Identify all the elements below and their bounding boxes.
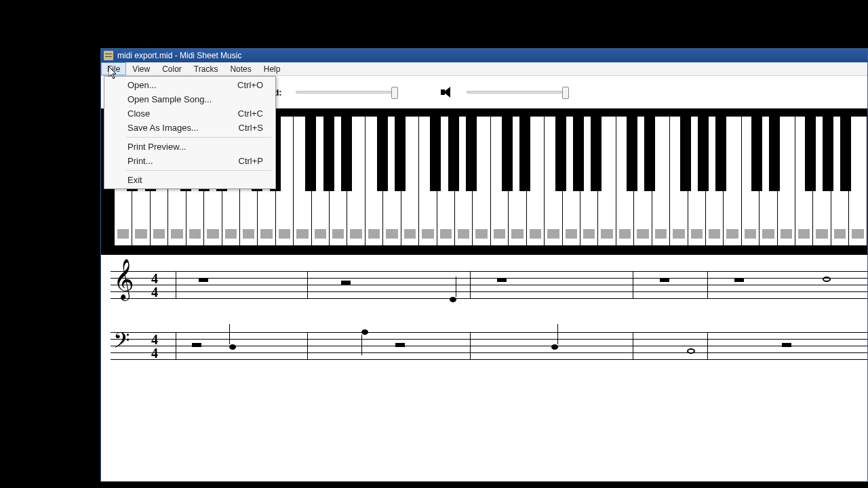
bass-clef-icon: 𝄢 bbox=[113, 329, 130, 357]
titlebar: midi export.mid - Midi Sheet Music bbox=[101, 49, 867, 62]
piano-black-key[interactable] bbox=[502, 117, 513, 191]
piano-black-key[interactable] bbox=[644, 117, 655, 191]
app-window: midi export.mid - Midi Sheet Music File … bbox=[100, 48, 868, 482]
time-sig-bottom: 4 bbox=[151, 347, 158, 359]
menu-file[interactable]: File bbox=[101, 62, 126, 75]
piano-black-key[interactable] bbox=[805, 117, 816, 191]
piano-black-key[interactable] bbox=[715, 117, 726, 191]
file-menu-print[interactable]: Print... Ctrl+P bbox=[106, 154, 274, 168]
file-menu-open-sample[interactable]: Open Sample Song... bbox=[106, 92, 274, 106]
piano-black-key[interactable] bbox=[823, 117, 833, 191]
piano-black-key[interactable] bbox=[769, 117, 780, 191]
volume-slider-thumb[interactable] bbox=[562, 87, 569, 99]
menu-notes[interactable]: Notes bbox=[224, 62, 257, 75]
piano-black-key[interactable] bbox=[305, 117, 316, 191]
piano-black-key[interactable] bbox=[591, 117, 601, 191]
speed-slider-thumb[interactable] bbox=[391, 87, 398, 99]
file-menu-open[interactable]: Open... Ctrl+O bbox=[106, 78, 274, 92]
speed-slider[interactable] bbox=[296, 91, 397, 94]
window-title: midi export.mid - Midi Sheet Music bbox=[117, 51, 241, 60]
piano-black-key[interactable] bbox=[323, 117, 334, 191]
app-icon bbox=[104, 51, 113, 60]
file-menu-dropdown: Open... Ctrl+O Open Sample Song... Close… bbox=[104, 76, 276, 189]
menu-view[interactable]: View bbox=[126, 62, 156, 75]
piano-black-key[interactable] bbox=[680, 117, 691, 191]
piano-black-key[interactable] bbox=[430, 117, 441, 191]
volume-slider[interactable] bbox=[467, 91, 568, 94]
time-sig-bottom: 4 bbox=[151, 286, 158, 298]
treble-clef-icon: 𝄞 bbox=[113, 266, 134, 293]
piano-black-key[interactable] bbox=[448, 117, 459, 191]
file-menu-save-images[interactable]: Save As Images... Ctrl+S bbox=[106, 121, 274, 135]
piano-white-key[interactable] bbox=[778, 117, 795, 245]
piano-black-key[interactable] bbox=[840, 117, 851, 191]
menu-help[interactable]: Help bbox=[258, 62, 287, 75]
sheet-music-panel: 𝄞 4 4 𝄢 4 4 bbox=[101, 255, 867, 420]
piano-black-key[interactable] bbox=[377, 117, 388, 191]
file-menu-print-preview[interactable]: Print Preview... bbox=[106, 140, 274, 154]
file-menu-separator bbox=[126, 170, 271, 171]
piano-white-key[interactable] bbox=[849, 117, 867, 245]
file-menu-separator bbox=[126, 137, 271, 138]
piano-black-key[interactable] bbox=[751, 117, 762, 191]
time-sig-top: 4 bbox=[151, 333, 158, 346]
volume-icon bbox=[438, 85, 453, 100]
piano-black-key[interactable] bbox=[395, 117, 406, 191]
piano-black-key[interactable] bbox=[627, 117, 637, 191]
menu-color[interactable]: Color bbox=[156, 62, 188, 75]
file-menu-close[interactable]: Close Ctrl+C bbox=[106, 106, 274, 121]
treble-staff: 𝄞 4 4 bbox=[111, 271, 867, 305]
bass-staff: 𝄢 4 4 bbox=[111, 332, 867, 366]
piano-white-key[interactable] bbox=[724, 117, 741, 245]
piano-black-key[interactable] bbox=[555, 117, 566, 191]
piano-black-key[interactable] bbox=[519, 117, 530, 191]
piano-black-key[interactable] bbox=[466, 117, 477, 191]
piano-black-key[interactable] bbox=[341, 117, 352, 191]
menubar: File View Color Tracks Notes Help bbox=[101, 62, 867, 76]
time-sig-top: 4 bbox=[151, 272, 158, 285]
piano-black-key[interactable] bbox=[573, 117, 584, 191]
piano-black-key[interactable] bbox=[698, 117, 709, 191]
menu-tracks[interactable]: Tracks bbox=[188, 62, 224, 75]
file-menu-exit[interactable]: Exit bbox=[106, 173, 274, 187]
